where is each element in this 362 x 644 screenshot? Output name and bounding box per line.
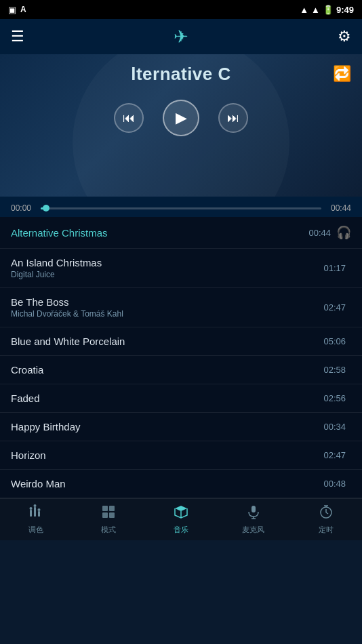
track-name: Be The Boss bbox=[11, 296, 323, 308]
notification-icon: ▣ bbox=[8, 5, 16, 15]
mode-icon bbox=[101, 504, 116, 523]
equalizer-icon bbox=[28, 504, 43, 523]
nav-item-equalizer[interactable]: 调色 bbox=[0, 504, 73, 535]
track-info: Faded bbox=[11, 393, 323, 404]
progress-area: 00:00 00:44 bbox=[0, 197, 362, 217]
track-info: Happy Birthday bbox=[11, 421, 323, 432]
track-item[interactable]: An Island ChristmasDigital Juice01:17 bbox=[0, 249, 362, 288]
album-title: lternative C bbox=[131, 64, 231, 85]
svg-rect-8 bbox=[102, 512, 108, 518]
track-duration: 02:47 bbox=[323, 450, 346, 460]
timer-label: 定时 bbox=[319, 525, 334, 535]
wifi-icon: ▲ bbox=[300, 5, 308, 15]
playback-controls: ⏮ ▶ ⏭ bbox=[114, 100, 248, 136]
svg-rect-9 bbox=[109, 512, 115, 518]
track-item[interactable]: Happy Birthday00:34 bbox=[0, 413, 362, 441]
track-duration: 00:34 bbox=[323, 422, 346, 432]
track-artist: Michal Dvořáček & Tomáš Kahl bbox=[11, 309, 323, 319]
svg-rect-11 bbox=[252, 506, 256, 512]
track-duration: 01:17 bbox=[323, 263, 346, 273]
music-icon bbox=[174, 504, 188, 523]
track-list: Alternative Christmas00:44🎧An Island Chr… bbox=[0, 217, 362, 498]
music-label: 音乐 bbox=[174, 525, 188, 535]
track-duration: 02:47 bbox=[323, 302, 346, 313]
track-name: Alternative Christmas bbox=[11, 227, 308, 239]
track-info: Horizon bbox=[11, 449, 323, 461]
settings-icon[interactable]: ⚙ bbox=[338, 28, 351, 45]
svg-rect-0 bbox=[30, 510, 32, 517]
a-icon: A bbox=[20, 5, 26, 14]
svg-point-3 bbox=[30, 507, 33, 510]
battery-icon: 🔋 bbox=[323, 5, 334, 15]
previous-button[interactable]: ⏮ bbox=[114, 103, 144, 133]
track-artist: Digital Juice bbox=[11, 270, 323, 279]
track-duration: 02:58 bbox=[323, 365, 346, 375]
track-name: Horizon bbox=[11, 449, 323, 461]
track-name: Blue and White Porcelain bbox=[11, 336, 323, 347]
track-name: Croatia bbox=[11, 364, 323, 376]
track-info: Blue and White Porcelain bbox=[11, 336, 323, 347]
track-item[interactable]: Blue and White Porcelain05:06 bbox=[0, 327, 362, 356]
bottom-nav: 调色 模式 音乐 麦克风 定时 bbox=[0, 498, 362, 540]
nav-item-timer[interactable]: 定时 bbox=[289, 504, 362, 535]
track-item[interactable]: Be The BossMichal Dvořáček & Tomáš Kahl0… bbox=[0, 288, 362, 327]
track-playing-icon: 🎧 bbox=[336, 225, 351, 240]
repeat-button[interactable]: 🔁 bbox=[333, 65, 351, 83]
track-info: An Island ChristmasDigital Juice bbox=[11, 257, 323, 279]
status-left: ▣ A bbox=[8, 5, 26, 15]
svg-rect-6 bbox=[102, 506, 108, 511]
track-name: Faded bbox=[11, 393, 323, 404]
menu-icon[interactable]: ☰ bbox=[11, 28, 24, 45]
track-duration: 02:56 bbox=[323, 393, 346, 403]
track-item[interactable]: Alternative Christmas00:44🎧 bbox=[0, 217, 362, 249]
next-icon: ⏭ bbox=[227, 111, 239, 125]
mode-label: 模式 bbox=[101, 525, 116, 535]
top-nav: ☰ ✈ ⚙ bbox=[0, 19, 362, 54]
play-icon: ▶ bbox=[176, 109, 187, 127]
next-button[interactable]: ⏭ bbox=[218, 103, 248, 133]
player-header: lternative C 🔁 ⏮ ▶ ⏭ bbox=[0, 54, 362, 197]
svg-line-16 bbox=[326, 512, 328, 514]
track-duration: 00:44 bbox=[308, 228, 331, 238]
track-info: Alternative Christmas bbox=[11, 227, 308, 239]
svg-point-5 bbox=[38, 508, 41, 511]
track-info: Weirdo Man bbox=[11, 478, 323, 489]
mic-label: 麦克风 bbox=[242, 525, 264, 535]
status-right: ▲ ▲ 🔋 9:49 bbox=[300, 5, 354, 15]
progress-bar[interactable] bbox=[41, 207, 321, 209]
prev-icon: ⏮ bbox=[123, 111, 135, 125]
equalizer-label: 调色 bbox=[28, 525, 43, 535]
track-item[interactable]: Faded02:56 bbox=[0, 384, 362, 413]
nav-item-music[interactable]: 音乐 bbox=[145, 504, 218, 535]
nav-item-mic[interactable]: 麦克风 bbox=[217, 504, 289, 535]
track-duration: 00:48 bbox=[323, 479, 346, 489]
play-button[interactable]: ▶ bbox=[163, 100, 199, 136]
app-logo: ✈ bbox=[174, 26, 188, 47]
progress-dot bbox=[43, 205, 49, 212]
track-name: An Island Christmas bbox=[11, 257, 323, 268]
nav-item-mode[interactable]: 模式 bbox=[73, 504, 145, 535]
track-name: Weirdo Man bbox=[11, 478, 323, 489]
mic-icon bbox=[246, 504, 261, 523]
track-info: Croatia bbox=[11, 364, 323, 376]
track-info: Be The BossMichal Dvořáček & Tomáš Kahl bbox=[11, 296, 323, 319]
track-item[interactable]: Croatia02:58 bbox=[0, 356, 362, 384]
svg-rect-7 bbox=[109, 506, 115, 511]
svg-rect-1 bbox=[34, 507, 36, 517]
track-item[interactable]: Weirdo Man00:48 bbox=[0, 470, 362, 498]
timer-icon bbox=[319, 504, 334, 523]
track-name: Happy Birthday bbox=[11, 421, 323, 432]
status-time: 9:49 bbox=[336, 5, 354, 15]
svg-point-4 bbox=[34, 504, 37, 507]
total-time: 00:44 bbox=[327, 203, 351, 213]
track-duration: 05:06 bbox=[323, 336, 346, 346]
signal-icon: ▲ bbox=[311, 5, 320, 15]
status-bar: ▣ A ▲ ▲ 🔋 9:49 bbox=[0, 0, 362, 19]
track-item[interactable]: Horizon02:47 bbox=[0, 441, 362, 470]
svg-rect-2 bbox=[38, 511, 40, 517]
current-time: 00:00 bbox=[11, 203, 35, 213]
